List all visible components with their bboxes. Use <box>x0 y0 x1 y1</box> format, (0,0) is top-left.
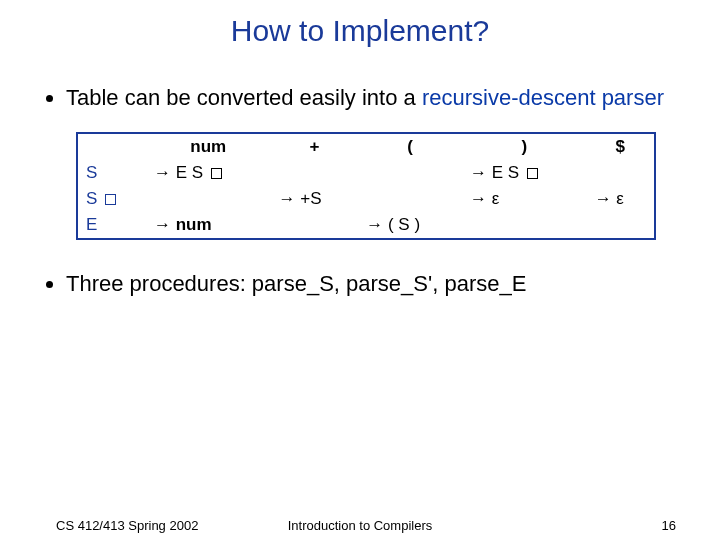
bullet-1-accent: recursive-descent parser <box>422 85 664 110</box>
cell-E-num: → num <box>146 212 271 238</box>
table-row: S → E S → E S <box>78 160 654 186</box>
cell-E-lparen: → ( S ) <box>358 212 462 238</box>
table-row: E → num → ( S ) <box>78 212 654 238</box>
row-Sp-label: S <box>78 186 146 212</box>
footer-center: Introduction to Compilers <box>0 518 720 533</box>
cell-Sp-lparen <box>358 186 462 212</box>
cell-Sp-num <box>146 186 271 212</box>
col-blank <box>78 134 146 160</box>
col-rparen: ) <box>462 134 587 160</box>
table-header-row: num + ( ) $ <box>78 134 654 160</box>
cell-S-eof <box>587 160 654 186</box>
cell-S-num: → E S <box>146 160 271 186</box>
slide-body: Table can be converted easily into a rec… <box>0 84 720 298</box>
bullet-2: Three procedures: parse_S, parse_S', par… <box>66 270 674 298</box>
row-S-label: S <box>78 160 146 186</box>
bullet-1: Table can be converted easily into a rec… <box>66 84 674 112</box>
col-plus: + <box>271 134 359 160</box>
cell-S-lparen <box>358 160 462 186</box>
bullet-1-text: Table can be converted easily into a <box>66 85 422 110</box>
cell-S-plus <box>271 160 359 186</box>
cell-E-rparen <box>462 212 587 238</box>
slide-title: How to Implement? <box>0 0 720 48</box>
cell-Sp-eof: → ε <box>587 186 654 212</box>
bullet-list-2: Three procedures: parse_S, parse_S', par… <box>46 270 674 298</box>
col-num: num <box>146 134 271 160</box>
cell-E-plus <box>271 212 359 238</box>
parse-table: num + ( ) $ S → E S → E S S <box>76 132 656 240</box>
slide: How to Implement? Table can be converted… <box>0 0 720 540</box>
col-eof: $ <box>587 134 654 160</box>
footer-right: 16 <box>662 518 676 533</box>
bullet-list: Table can be converted easily into a rec… <box>46 84 674 112</box>
cell-E-eof <box>587 212 654 238</box>
cell-Sp-plus: → +S <box>271 186 359 212</box>
parse-table-grid: num + ( ) $ S → E S → E S S <box>78 134 654 238</box>
cell-Sp-rparen: → ε <box>462 186 587 212</box>
cell-S-rparen: → E S <box>462 160 587 186</box>
table-row: S → +S → ε → ε <box>78 186 654 212</box>
col-lparen: ( <box>358 134 462 160</box>
row-E-label: E <box>78 212 146 238</box>
